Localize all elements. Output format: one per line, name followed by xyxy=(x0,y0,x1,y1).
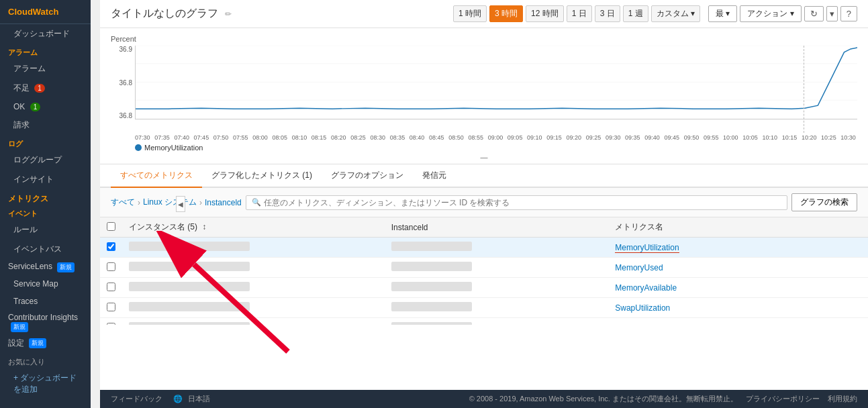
row-check-2 xyxy=(100,258,122,278)
metric-link-4[interactable]: SwapUtilization xyxy=(615,303,670,313)
blurred-instance-2 xyxy=(129,262,250,271)
metrics-table: インスタンス名 (5) ↕ Instanceld メトリクス名 MemoryUt… xyxy=(100,217,868,325)
col-header-metric[interactable]: メトリクス名 xyxy=(608,217,868,238)
time-3d[interactable]: 3 日 xyxy=(595,5,620,22)
chart-container: 36.9 36.8 36.8 xyxy=(111,46,857,133)
tab-graph-options[interactable]: グラフのオプション xyxy=(322,164,413,188)
period-dropdown[interactable]: 最 xyxy=(708,5,737,22)
chart-y-label: Percent xyxy=(111,35,857,43)
sidebar: CloudWatch ダッシュボード アラーム アラーム 不足 1 OK 1 請… xyxy=(0,0,91,408)
time-1d[interactable]: 1 日 xyxy=(567,5,592,22)
metric-link-5[interactable]: SwapUsed xyxy=(615,323,654,325)
time-12h[interactable]: 12 時間 xyxy=(526,5,564,22)
breadcrumb-instanceid[interactable]: Instanceld xyxy=(205,198,242,207)
row-metric-4: SwapUtilization xyxy=(608,298,868,318)
sidebar-item-service-lens[interactable]: ServiceLens 新規 xyxy=(0,259,91,274)
sidebar-item-log-groups[interactable]: ロググループ xyxy=(0,150,91,170)
time-1w[interactable]: 1 週 xyxy=(623,5,648,22)
sidebar-item-service-map[interactable]: Service Map xyxy=(0,275,91,293)
row-instance-2 xyxy=(122,258,385,278)
chart-legend: MemoryUtilization xyxy=(135,144,857,152)
feedback-link[interactable]: フィードバック xyxy=(111,394,162,404)
search-graph-button[interactable]: グラフの検索 xyxy=(791,193,857,211)
row-instance-5 xyxy=(122,318,385,325)
search-icon: 🔍 xyxy=(252,198,261,207)
bottom-left: フィードバック 🌐 日本語 xyxy=(111,394,210,404)
privacy-link[interactable]: プライバシーポリシー xyxy=(746,394,820,404)
row-instanceid-2 xyxy=(385,258,608,278)
sidebar-add-dashboard[interactable]: ダッシュボードを追加 xyxy=(0,368,91,399)
breadcrumb-linux[interactable]: Linux システム xyxy=(143,197,197,208)
row-metric-5: SwapUsed xyxy=(608,318,868,325)
row-check-5 xyxy=(100,318,122,325)
breadcrumb-all[interactable]: すべて xyxy=(111,197,135,208)
row-checkbox-3[interactable] xyxy=(107,283,115,291)
row-check-1 xyxy=(100,238,122,258)
sidebar-item-settings[interactable]: 設定 新規 xyxy=(0,335,91,352)
col-header-check xyxy=(100,217,122,238)
sidebar-item-insights[interactable]: インサイト xyxy=(0,170,91,189)
refresh-dropdown[interactable]: ▾ xyxy=(826,6,838,21)
tab-graphed-metrics[interactable]: グラフ化したメトリクス (1) xyxy=(202,164,322,188)
sidebar-item-insufficient[interactable]: 不足 1 xyxy=(0,79,91,98)
blurred-instanceid-1 xyxy=(391,242,472,251)
sidebar-item-contributor[interactable]: Contributor Insights 新規 xyxy=(0,310,91,335)
sidebar-collapse-arrow[interactable]: ◀ xyxy=(176,196,185,212)
table-scroll: インスタンス名 (5) ↕ Instanceld メトリクス名 MemoryUt… xyxy=(100,217,868,325)
row-instance-1 xyxy=(122,238,385,258)
blurred-instance-3 xyxy=(129,282,250,291)
terms-link[interactable]: 利用規約 xyxy=(828,394,857,404)
row-checkbox-2[interactable] xyxy=(107,262,115,271)
blurred-instanceid-2 xyxy=(391,262,472,271)
time-3h[interactable]: 3 時間 xyxy=(489,5,523,22)
select-all-checkbox[interactable] xyxy=(107,222,115,231)
bottom-bar: フィードバック 🌐 日本語 © 2008 - 2019, Amazon Web … xyxy=(100,390,868,408)
blurred-instance-1 xyxy=(129,242,250,251)
graph-header: タイトルなしのグラフ ✏ 1 時間 3 時間 12 時間 1 日 3 日 1 週… xyxy=(100,0,868,28)
row-checkbox-4[interactable] xyxy=(107,303,115,311)
sidebar-item-alarm[interactable]: アラーム xyxy=(0,59,91,79)
graph-title: タイトルなしのグラフ ✏ xyxy=(111,7,453,21)
y-value-top: 36.9 xyxy=(119,46,132,53)
language-selector[interactable]: 🌐 日本語 xyxy=(173,394,210,404)
row-check-4 xyxy=(100,298,122,318)
insufficient-badge: 1 xyxy=(34,84,45,93)
row-metric-2: MemoryUsed xyxy=(608,258,868,278)
col-header-instanceid[interactable]: Instanceld xyxy=(385,217,608,238)
time-1h[interactable]: 1 時間 xyxy=(453,5,487,22)
row-metric-1: MemoryUtilization xyxy=(608,238,868,258)
sidebar-item-alarm-header: アラーム xyxy=(0,44,91,59)
blurred-instanceid-3 xyxy=(391,282,472,291)
sidebar-item-event-bus[interactable]: イベントバス xyxy=(0,240,91,259)
col-header-instance[interactable]: インスタンス名 (5) ↕ xyxy=(122,217,385,238)
row-checkbox-1[interactable] xyxy=(107,242,115,251)
table-row: MemoryAvailable xyxy=(100,278,868,298)
row-checkbox-5[interactable] xyxy=(107,323,115,325)
time-controls: 1 時間 3 時間 12 時間 1 日 3 日 1 週 カスタム ▾ 最 アクシ… xyxy=(453,5,857,22)
row-instanceid-5 xyxy=(385,318,608,325)
sidebar-item-billing[interactable]: 請求 xyxy=(0,115,91,135)
legend-dot xyxy=(135,144,142,151)
tab-source[interactable]: 発信元 xyxy=(413,164,456,188)
sidebar-item-traces[interactable]: Traces xyxy=(0,293,91,310)
actions-dropdown[interactable]: アクション xyxy=(740,5,801,22)
table-header-row: インスタンス名 (5) ↕ Instanceld メトリクス名 xyxy=(100,217,868,238)
row-instance-4 xyxy=(122,298,385,318)
metric-link-2[interactable]: MemoryUsed xyxy=(615,263,663,272)
row-instanceid-3 xyxy=(385,278,608,298)
sidebar-item-rules[interactable]: ルール xyxy=(0,220,91,240)
edit-title-icon[interactable]: ✏ xyxy=(225,9,232,19)
blurred-instanceid-5 xyxy=(391,322,472,325)
search-input[interactable] xyxy=(264,198,781,207)
sidebar-item-dashboard[interactable]: ダッシュボード xyxy=(0,24,91,44)
help-button[interactable]: ? xyxy=(840,6,857,21)
copyright-text: © 2008 - 2019, Amazon Web Services, Inc.… xyxy=(469,394,738,404)
sort-arrow-instance: ↕ xyxy=(202,222,206,232)
refresh-button[interactable]: ↻ xyxy=(804,6,824,21)
tab-all-metrics[interactable]: すべてのメトリクス xyxy=(111,164,202,188)
metric-link-3[interactable]: MemoryAvailable xyxy=(615,283,677,293)
time-custom[interactable]: カスタム ▾ xyxy=(651,5,700,22)
metric-link-1[interactable]: MemoryUtilization xyxy=(615,243,679,253)
sidebar-item-ok[interactable]: OK 1 xyxy=(0,98,91,115)
sidebar-item-metrics-header[interactable]: メトリクス xyxy=(0,189,91,206)
